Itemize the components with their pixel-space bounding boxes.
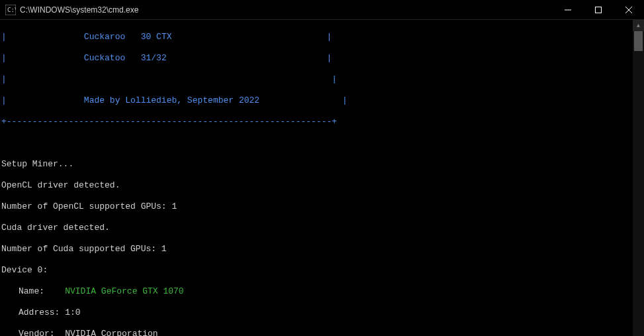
cuda-detected: Cuda driver detected. (1, 223, 631, 233)
svg-text:C:\: C:\ (7, 7, 16, 13)
banner-pipe3-right: | (332, 74, 337, 84)
window-titlebar: C:\ C:\WINDOWS\system32\cmd.exe (0, 0, 644, 20)
device-header: Device 0: (1, 265, 631, 276)
device-address: Address: 1:0 (1, 308, 631, 318)
opencl-gpus: Number of OpenCL supported GPUs: 1 (1, 201, 631, 212)
device-name-label: Name: (19, 286, 65, 296)
banner-credit: Made by Lolliedieb, September 2022 (84, 95, 259, 105)
terminal-wrap: | Cuckaroo 30 CTX | | Cuckatoo 31/32 | |… (0, 20, 644, 336)
maximize-button[interactable] (583, 0, 614, 20)
terminal-output[interactable]: | Cuckaroo 30 CTX | | Cuckatoo 31/32 | |… (0, 20, 633, 336)
banner-pipe2: | (1, 53, 7, 63)
banner-pipe: | (1, 32, 7, 42)
close-button[interactable] (614, 0, 644, 20)
scroll-up-arrow[interactable]: ▲ (633, 20, 644, 31)
title-left: C:\ C:\WINDOWS\system32\cmd.exe (0, 5, 138, 15)
vertical-scrollbar[interactable]: ▲ (633, 20, 644, 336)
banner-pipe3: | (1, 74, 7, 84)
device-vendor: Vendor: NVIDIA Corporation (1, 329, 631, 336)
banner-algo2-name: Cuckatoo (84, 53, 125, 63)
banner-algo1-name: Cuckaroo (84, 32, 125, 42)
cmd-icon: C:\ (5, 5, 16, 15)
device-name-value: NVIDIA GeForce GTX 1070 (65, 286, 183, 296)
banner-pipe4-right: | (342, 95, 347, 105)
scroll-thumb[interactable] (634, 31, 643, 51)
banner-pipe-right: | (327, 32, 332, 42)
svg-rect-3 (596, 7, 602, 13)
cuda-gpus: Number of Cuda supported GPUs: 1 (1, 244, 631, 254)
banner-pipe4: | (1, 95, 7, 105)
minimize-button[interactable] (553, 0, 583, 20)
banner-algo1-ver: 30 CTX (141, 32, 172, 42)
banner-separator: +---------------------------------------… (1, 117, 631, 127)
banner-algo2-ver: 31/32 (141, 53, 167, 63)
setup-start: Setup Miner... (1, 159, 631, 170)
window-title: C:\WINDOWS\system32\cmd.exe (20, 5, 138, 15)
window-controls (553, 0, 644, 19)
opencl-detected: OpenCL driver detected. (1, 180, 631, 191)
banner-pipe2-right: | (327, 53, 332, 63)
